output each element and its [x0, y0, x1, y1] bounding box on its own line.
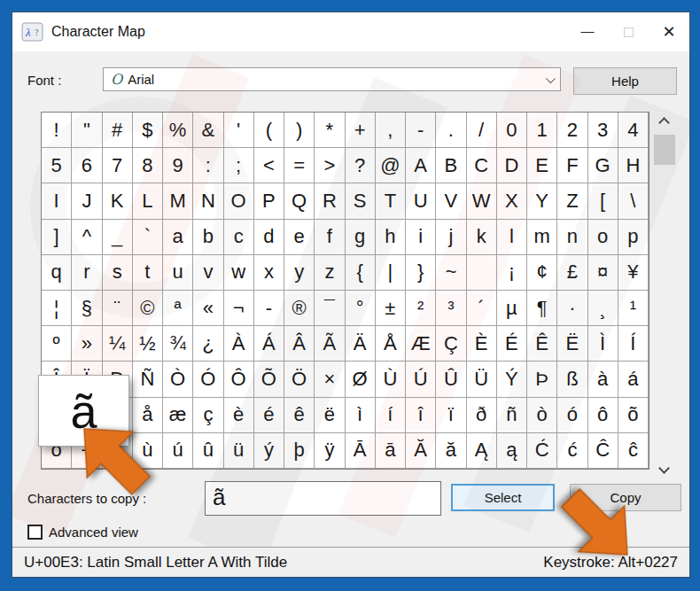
character-cell[interactable]: è: [224, 398, 254, 433]
help-button[interactable]: Help: [573, 67, 677, 95]
character-cell[interactable]: ç: [193, 398, 223, 433]
character-cell[interactable]: Æ: [406, 326, 436, 362]
character-cell[interactable]: ê: [284, 398, 315, 433]
character-cell[interactable]: A: [406, 148, 436, 183]
character-cell[interactable]: w: [224, 255, 254, 291]
character-cell[interactable]: E: [527, 148, 557, 183]
character-cell[interactable]: ¶: [527, 291, 557, 326]
character-cell[interactable]: _: [103, 220, 133, 255]
character-cell[interactable]: ½: [133, 326, 163, 362]
character-cell[interactable]: ü: [224, 433, 254, 469]
character-cell[interactable]: û: [193, 433, 223, 469]
character-cell[interactable]: >: [315, 148, 345, 183]
character-cell[interactable]: <: [254, 148, 284, 183]
character-cell[interactable]: æ: [163, 398, 193, 433]
character-cell[interactable]: ©: [133, 291, 163, 326]
character-cell[interactable]: î: [406, 398, 436, 433]
character-cell[interactable]: ć: [557, 433, 587, 469]
character-cell[interactable]: à: [588, 362, 618, 397]
character-cell[interactable]: U: [406, 183, 436, 219]
character-cell[interactable]: ": [72, 113, 102, 148]
character-cell[interactable]: ¦: [42, 291, 72, 326]
character-cell[interactable]: Í: [618, 326, 649, 362]
character-cell[interactable]: %: [163, 113, 193, 148]
character-cell[interactable]: ă: [436, 433, 466, 469]
character-cell[interactable]: p: [618, 220, 649, 255]
character-cell[interactable]: x: [254, 255, 284, 291]
character-cell[interactable]: /: [467, 113, 497, 148]
character-cell[interactable]: 0: [497, 113, 527, 148]
character-cell[interactable]: u: [163, 255, 193, 291]
character-cell[interactable]: ¹: [618, 291, 649, 326]
character-cell[interactable]: $: [133, 113, 163, 148]
character-cell[interactable]: Ç: [436, 326, 466, 362]
character-cell[interactable]: µ: [497, 291, 527, 326]
character-cell[interactable]: Y: [527, 183, 557, 219]
character-cell[interactable]: c: [224, 220, 254, 255]
character-cell[interactable]: @: [376, 148, 406, 183]
character-cell[interactable]: Ñ: [133, 362, 163, 397]
character-cell[interactable]: 5: [42, 148, 72, 183]
character-cell[interactable]: ~: [436, 255, 466, 291]
character-cell[interactable]: Õ: [254, 362, 284, 397]
character-cell[interactable]: É: [497, 326, 527, 362]
character-cell[interactable]: N: [193, 183, 223, 219]
character-cell[interactable]: j: [436, 220, 466, 255]
character-cell[interactable]: G: [588, 148, 618, 183]
maximize-button[interactable]: [608, 12, 649, 51]
character-cell[interactable]: ô: [588, 398, 618, 433]
character-cell[interactable]: ¿: [193, 326, 223, 362]
character-cell[interactable]: ·: [557, 291, 587, 326]
character-cell[interactable]: l: [497, 220, 527, 255]
character-cell[interactable]: {: [346, 255, 376, 291]
character-cell[interactable]: ²: [406, 291, 436, 326]
close-button[interactable]: ✕: [649, 12, 689, 51]
character-cell[interactable]: `: [133, 220, 163, 255]
character-cell[interactable]: s: [103, 255, 133, 291]
character-cell[interactable]: *: [315, 113, 345, 148]
character-cell[interactable]: Å: [376, 326, 406, 362]
character-cell[interactable]: Ĉ: [588, 433, 618, 469]
scroll-up-icon[interactable]: [658, 117, 670, 128]
character-cell[interactable]: Q: [284, 183, 315, 219]
character-cell[interactable]: z: [315, 255, 345, 291]
character-cell[interactable]: F: [557, 148, 587, 183]
character-cell[interactable]: ?: [346, 148, 376, 183]
character-cell[interactable]: e: [284, 220, 315, 255]
character-cell[interactable]: ³: [436, 291, 466, 326]
character-cell[interactable]: q: [42, 255, 72, 291]
character-cell[interactable]: Ă: [406, 433, 436, 469]
character-cell[interactable]: «: [193, 291, 223, 326]
character-cell[interactable]: ò: [527, 398, 557, 433]
character-cell[interactable]: r: [72, 255, 102, 291]
character-cell[interactable]: ¬: [224, 291, 254, 326]
character-cell[interactable]: ': [224, 113, 254, 148]
character-cell[interactable]: Ô: [224, 362, 254, 397]
character-cell[interactable]: Ù: [376, 362, 406, 397]
character-cell[interactable]: ñ: [497, 398, 527, 433]
character-cell[interactable]: Ø: [346, 362, 376, 397]
character-cell[interactable]: k: [467, 220, 497, 255]
character-cell[interactable]: Ã: [315, 326, 345, 362]
character-cell[interactable]: f: [315, 220, 345, 255]
character-cell[interactable]: H: [618, 148, 649, 183]
character-cell[interactable]: L: [133, 183, 163, 219]
character-cell[interactable]: m: [527, 220, 557, 255]
character-cell[interactable]: !: [42, 113, 72, 148]
scroll-down-icon[interactable]: [658, 463, 670, 474]
character-cell[interactable]: W: [467, 183, 497, 219]
character-cell[interactable]: õ: [618, 398, 649, 433]
character-cell[interactable]: °: [346, 291, 376, 326]
character-cell[interactable]: ´: [467, 291, 497, 326]
character-cell[interactable]: ý: [254, 433, 284, 469]
character-cell[interactable]: ±: [376, 291, 406, 326]
character-cell[interactable]: 6: [72, 148, 102, 183]
character-cell[interactable]: ): [284, 113, 315, 148]
character-cell[interactable]: º: [42, 326, 72, 362]
character-cell[interactable]: á: [618, 362, 649, 397]
character-cell[interactable]: þ: [284, 433, 315, 469]
font-dropdown[interactable]: O Arial: [103, 67, 561, 91]
character-cell[interactable]: }: [406, 255, 436, 291]
character-cell[interactable]: ¾: [163, 326, 193, 362]
character-cell[interactable]: Ä: [346, 326, 376, 362]
